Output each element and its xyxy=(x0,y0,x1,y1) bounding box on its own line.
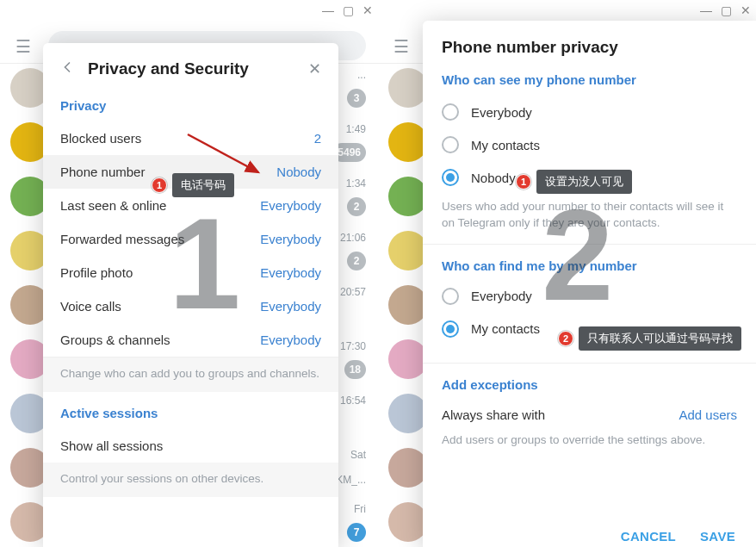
right-screenshot: — ▢ ✕ ☰ ...31:4954961:34221:06220:5717:3… xyxy=(378,0,756,547)
close-icon[interactable]: ✕ xyxy=(308,59,321,78)
dialog-title: Privacy and Security xyxy=(88,59,296,78)
radio-icon xyxy=(442,288,459,305)
row-groups-channels[interactable]: Groups & channels Everybody xyxy=(43,323,338,357)
row-forwarded[interactable]: Forwarded messages Everybody xyxy=(43,222,338,256)
row-always-share[interactable]: Always share with Add users xyxy=(423,397,756,432)
radio-everybody-find[interactable]: Everybody xyxy=(423,280,756,313)
helper-exceptions: Add users or groups to override the sett… xyxy=(423,432,756,461)
radio-icon xyxy=(442,136,459,153)
annotation-r2: 2 只有联系人可以通过号码寻找 xyxy=(558,326,741,351)
back-icon[interactable] xyxy=(59,59,76,79)
maximize-icon[interactable]: ▢ xyxy=(721,3,732,17)
radio-icon xyxy=(442,103,459,121)
section-who-find: Who can find me by my number xyxy=(423,245,756,280)
helper-who-see: Users who add your number to their conta… xyxy=(423,194,756,244)
section-who-see: Who can see my phone number xyxy=(423,65,756,96)
section-exceptions: Add exceptions xyxy=(423,364,756,397)
radio-everybody-see[interactable]: Everybody xyxy=(423,96,756,128)
minimize-icon[interactable]: — xyxy=(700,3,712,17)
cancel-button[interactable]: CANCEL xyxy=(621,529,676,544)
radio-contacts-see[interactable]: My contacts xyxy=(423,128,756,161)
row-voice-calls[interactable]: Voice calls Everybody xyxy=(43,289,338,323)
row-profile-photo[interactable]: Profile photo Everybody xyxy=(43,256,338,289)
close-window-icon[interactable]: ✕ xyxy=(741,3,751,17)
left-screenshot: — ▢ ✕ ☰ ...31:4954961:34221:06220:5717:3… xyxy=(0,0,378,547)
window-controls: — ▢ ✕ xyxy=(700,3,751,17)
add-users-link[interactable]: Add users xyxy=(679,407,737,422)
hint-groups: Change who can add you to groups and cha… xyxy=(43,357,338,392)
annotation-1: 1 电话号码 xyxy=(152,173,234,197)
annotation-r1: 1 设置为没人可见 xyxy=(516,170,632,194)
section-sessions: Active sessions xyxy=(43,392,338,429)
hint-sessions: Control your sessions on other devices. xyxy=(43,463,338,497)
dialog-title: Phone number privacy xyxy=(442,38,737,57)
radio-icon xyxy=(442,320,459,338)
section-privacy: Privacy xyxy=(43,91,338,121)
svg-line-0 xyxy=(188,134,258,172)
menu-icon[interactable]: ☰ xyxy=(393,36,409,57)
row-show-sessions[interactable]: Show all sessions xyxy=(43,429,338,463)
privacy-security-dialog: Privacy and Security ✕ Privacy Blocked u… xyxy=(43,43,338,547)
phone-privacy-dialog: Phone number privacy Who can see my phon… xyxy=(423,21,756,547)
radio-icon xyxy=(442,169,459,186)
save-button[interactable]: SAVE xyxy=(700,529,735,544)
